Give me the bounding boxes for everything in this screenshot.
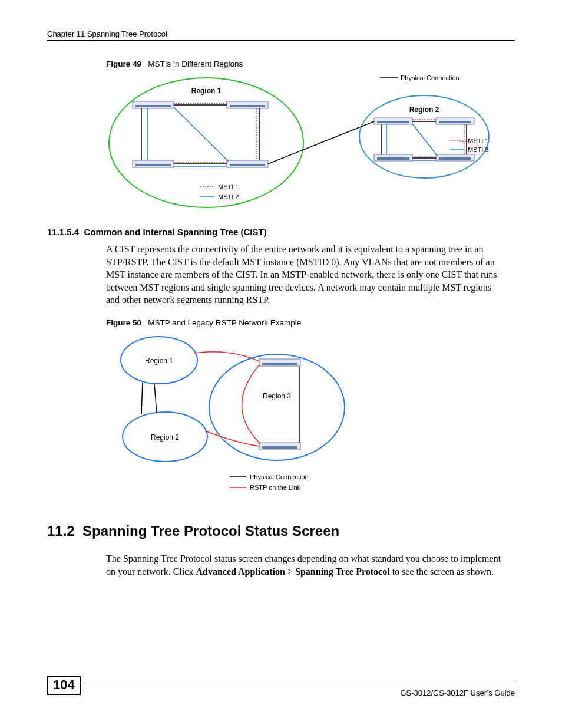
- switch-icon: [436, 154, 474, 161]
- f50-region3: Region 3: [263, 392, 291, 400]
- svg-point-1: [109, 78, 303, 207]
- switch-icon: [133, 160, 174, 167]
- svg-rect-6: [230, 105, 265, 107]
- svg-rect-30: [439, 157, 471, 160]
- footer-guide: GS-3012/GS-3012F User’s Guide: [400, 689, 515, 697]
- cist-body: A CIST represents the connectivity of th…: [106, 243, 507, 307]
- section-title: Spanning Tree Protocol Status Screen: [82, 523, 339, 539]
- svg-rect-10: [230, 164, 265, 166]
- svg-rect-26: [439, 121, 471, 123]
- r2-msti1: MSTI 1: [468, 137, 488, 144]
- switch-icon: [227, 101, 268, 108]
- svg-rect-24: [377, 121, 409, 123]
- svg-line-154: [268, 121, 374, 164]
- f50-legend-rstp: RSTP on the Link: [250, 484, 301, 491]
- figure49-title: MSTIs in Different Regions: [148, 60, 243, 68]
- page-header: Chapter 11 Spanning Tree Protocol: [47, 29, 515, 41]
- subsection-title: Common and Internal Spanning Tree (CIST): [84, 227, 267, 237]
- subsection-heading-11-1-5-4: 11.1.5.4 Common and Internal Spanning Tr…: [47, 227, 515, 237]
- section-11-2-body: The Spanning Tree Protocol status screen…: [106, 552, 507, 578]
- switch-icon: [374, 118, 412, 124]
- figure50-diagram: Region 1 Region 2 Region 3: [106, 331, 389, 502]
- switch-icon: [374, 154, 412, 161]
- switch-icon: [133, 101, 174, 108]
- figure49-label: Figure 49: [106, 60, 141, 68]
- r1-msti2: MSTI 2: [218, 193, 239, 200]
- body-post: to see the screen as shown.: [390, 566, 494, 577]
- svg-line-19: [174, 107, 229, 162]
- section-heading-11-2: 11.2 Spanning Tree Protocol Status Scree…: [47, 523, 515, 539]
- figure50-caption: Figure 50 MSTP and Legacy RSTP Network E…: [106, 318, 515, 327]
- r1-msti1: MSTI 1: [218, 183, 239, 190]
- f50-region1: Region 1: [145, 357, 173, 365]
- svg-line-164: [154, 384, 157, 413]
- section-number: 11.2: [47, 523, 75, 539]
- figure50-label: Figure 50: [106, 318, 141, 327]
- subsection-number: 11.1.5.4: [47, 227, 79, 237]
- page-footer: 104 GS-3012/GS-3012F User’s Guide: [47, 683, 515, 704]
- switch-icon: [227, 160, 268, 167]
- region2-label: Region 2: [409, 106, 439, 114]
- breadcrumb-sep: >: [285, 566, 295, 577]
- bold-advanced-application: Advanced Application: [196, 566, 285, 577]
- page-number: 104: [47, 676, 81, 695]
- switch-icon: [259, 443, 300, 450]
- figure49-diagram: Physical Connection Region 1 Region 2: [106, 72, 495, 210]
- f50-region2: Region 2: [151, 433, 179, 442]
- switch-icon: [259, 359, 300, 366]
- legend-physical: Physical Connection: [401, 74, 459, 81]
- svg-line-39: [412, 124, 437, 156]
- figure49-caption: Figure 49 MSTIs in Different Regions: [106, 60, 515, 68]
- svg-line-163: [141, 383, 143, 414]
- switch-icon: [436, 118, 474, 124]
- region1-label: Region 1: [191, 87, 222, 95]
- f50-legend-physical: Physical Connection: [250, 473, 309, 480]
- svg-rect-159: [262, 363, 297, 365]
- r2-msti3: MSTI 3: [468, 146, 488, 153]
- bold-spanning-tree-protocol: Spanning Tree Protocol: [295, 566, 390, 577]
- svg-rect-8: [135, 164, 171, 166]
- chapter-title: Chapter 11 Spanning Tree Protocol: [47, 29, 167, 38]
- figure50-title: MSTP and Legacy RSTP Network Example: [148, 318, 301, 327]
- svg-rect-4: [135, 105, 171, 107]
- svg-rect-161: [262, 446, 297, 449]
- svg-rect-28: [377, 157, 409, 160]
